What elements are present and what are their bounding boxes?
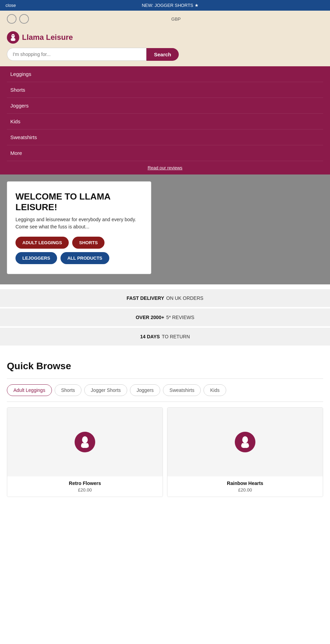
quick-browse-section: Quick Browse Adult Leggings Shorts Jogge… [0, 350, 330, 507]
tab-adult-leggings[interactable]: Adult Leggings [7, 384, 52, 396]
trust-badge-delivery: FAST DELIVERY ON UK ORDERS [0, 289, 330, 307]
hero-buttons-row2: LEJOGGERS ALL PRODUCTS [15, 252, 143, 264]
trust-badges: FAST DELIVERY ON UK ORDERS OVER 2000+ 5*… [0, 284, 330, 350]
product-image-0 [7, 408, 163, 476]
nav-item-sweatshirts[interactable]: Sweatshirts [7, 129, 323, 145]
tab-kids[interactable]: Kids [204, 384, 226, 396]
search-input[interactable] [7, 48, 146, 61]
svg-point-2 [13, 35, 14, 36]
nav-item-kids[interactable]: Kids [7, 114, 323, 129]
hero-section: WELCOME TO LLAMA LEISURE! Leggings and l… [0, 174, 330, 284]
search-bar: Search [7, 48, 179, 61]
logo[interactable]: Llama Leisure [7, 31, 323, 44]
trust-badge-returns-text: TO RETURN [162, 334, 190, 339]
utility-icons [7, 14, 29, 24]
svg-point-0 [11, 34, 15, 38]
currency-selector[interactable]: GBP [29, 16, 323, 22]
adult-leggings-button[interactable]: ADULT LEGGINGS [15, 237, 69, 249]
nav-link-joggers[interactable]: Joggers [7, 98, 323, 113]
product-info-0: Retro Flowers £20.00 [7, 476, 163, 497]
trust-badge-reviews: OVER 2000+ 5* REVIEWS [0, 308, 330, 326]
svg-point-3 [82, 436, 88, 443]
nav-link-kids[interactable]: Kids [7, 114, 323, 129]
trust-badge-returns: 14 DAYS TO RETURN [0, 328, 330, 346]
search-button[interactable]: Search [146, 48, 179, 61]
product-logo-0 [75, 432, 95, 452]
tab-sweatshirts[interactable]: Sweatshirts [163, 384, 201, 396]
nav-item-more[interactable]: More [7, 145, 323, 161]
nav-link-leggings[interactable]: Leggings [7, 66, 323, 82]
quick-browse-title: Quick Browse [7, 361, 323, 372]
product-logo-1 [235, 432, 255, 452]
nav-menu: Leggings Shorts Joggers Kids Sweatshirts… [0, 66, 330, 174]
product-price-1: £20.00 [172, 487, 319, 493]
tab-shorts[interactable]: Shorts [55, 384, 81, 396]
trust-badge-reviews-text: 5* REVIEWS [166, 315, 195, 320]
tab-jogger-shorts[interactable]: Jogger Shorts [84, 384, 127, 396]
nav-item-leggings[interactable]: Leggings [7, 66, 323, 82]
product-image-1 [167, 408, 323, 476]
nav-item-joggers[interactable]: Joggers [7, 98, 323, 114]
product-info-1: Rainbow Hearts £20.00 [167, 476, 323, 497]
hero-buttons: ADULT LEGGINGS SHORTS [15, 237, 143, 249]
trust-badge-returns-highlight: 14 DAYS [140, 334, 160, 339]
logo-icon [7, 31, 19, 44]
svg-point-1 [12, 35, 13, 36]
nav-link-more[interactable]: More [7, 145, 323, 161]
header: Llama Leisure Search [0, 27, 330, 66]
quick-browse-tabs: Adult Leggings Shorts Jogger Shorts Jogg… [7, 379, 323, 402]
utility-bar: GBP [0, 11, 330, 27]
lejoggers-button[interactable]: LEJOGGERS [15, 252, 57, 264]
all-products-button[interactable]: ALL PRODUCTS [60, 252, 109, 264]
close-button[interactable]: close [6, 3, 16, 8]
shorts-button[interactable]: SHORTS [72, 237, 104, 249]
svg-point-4 [242, 436, 248, 443]
hero-title: WELCOME TO LLAMA LEISURE! [15, 191, 143, 213]
cart-icon[interactable] [7, 14, 16, 24]
trust-badge-reviews-highlight: OVER 2000+ [136, 315, 164, 320]
product-card-1[interactable]: Rainbow Hearts £20.00 [167, 407, 323, 497]
product-name-0: Retro Flowers [11, 481, 158, 486]
trust-badge-delivery-text: ON UK ORDERS [166, 295, 204, 301]
trust-badge-delivery-highlight: FAST DELIVERY [126, 295, 164, 301]
product-name-1: Rainbow Hearts [172, 481, 319, 486]
product-card-0[interactable]: Retro Flowers £20.00 [7, 407, 163, 497]
announcement-bar: close NEW: JOGGER SHORTS ★ [0, 0, 330, 11]
hero-card: WELCOME TO LLAMA LEISURE! Leggings and l… [7, 181, 151, 274]
nav-link-sweatshirts[interactable]: Sweatshirts [7, 129, 323, 145]
nav-item-shorts[interactable]: Shorts [7, 82, 323, 98]
announcement-text: NEW: JOGGER SHORTS ★ [16, 3, 324, 8]
hero-subtitle: Leggings and leisurewear for everybody a… [15, 216, 143, 230]
nav-link-shorts[interactable]: Shorts [7, 82, 323, 98]
product-grid: Retro Flowers £20.00 Rainbow Hearts £20.… [7, 407, 323, 497]
nav-list: Leggings Shorts Joggers Kids Sweatshirts… [7, 66, 323, 161]
logo-text: Llama Leisure [22, 33, 73, 42]
product-price-0: £20.00 [11, 487, 158, 493]
account-icon[interactable] [19, 14, 29, 24]
reviews-link[interactable]: Read our reviews [7, 161, 323, 174]
tab-joggers[interactable]: Joggers [130, 384, 160, 396]
